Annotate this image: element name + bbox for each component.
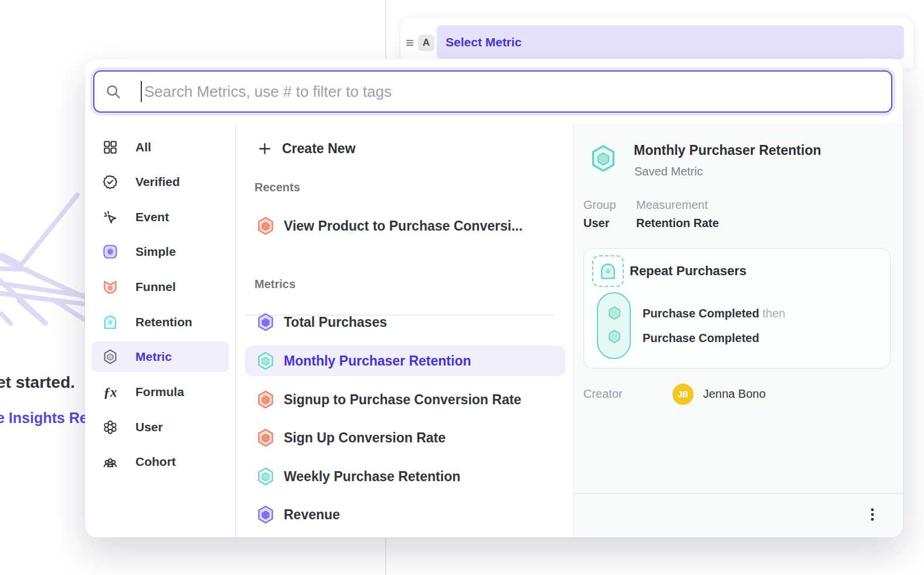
funnel-icon [103, 279, 118, 295]
formula-glyph: ƒx [104, 385, 117, 399]
measurement-label: Measurement [636, 198, 708, 212]
sidebar-item-label: Metric [135, 350, 172, 364]
step-a-badge: A [418, 35, 434, 51]
simple-borehole-icon [103, 244, 118, 259]
recents-heading: Recents [254, 181, 300, 194]
sidebar-item-label: Event [135, 210, 169, 224]
step-connector: then [763, 307, 786, 320]
step-2-event: Purchase Completed [643, 332, 759, 344]
metric-detail-panel: Monthly Purchaser Retention Saved Metric… [574, 123, 903, 537]
sidebar-item-label: Formula [135, 385, 184, 399]
sidebar-item-event[interactable]: Event [91, 202, 229, 232]
search-icon [105, 83, 121, 100]
metric-item-revenue[interactable]: Revenue [245, 499, 565, 530]
cohort-people-icon [103, 454, 118, 469]
kebab-menu-icon[interactable] [864, 506, 881, 523]
sidebar-item-formula[interactable]: ƒx Formula [91, 377, 229, 407]
step-1-event: Purchase Completed [643, 307, 759, 320]
sidebar-item-label: Verified [135, 175, 180, 189]
metric-item-label: Revenue [284, 507, 340, 523]
creator-label: Creator [583, 387, 623, 401]
plus-icon [257, 141, 272, 156]
sidebar-item-funnel[interactable]: Funnel [91, 272, 229, 302]
definition-name: Repeat Purchasers [630, 263, 746, 279]
hexagon-metric-icon [257, 217, 274, 235]
retention-arch-icon [103, 314, 118, 330]
hexagon-metric-icon [257, 390, 274, 409]
recent-item-view-product[interactable]: View Product to Purchase Conversi... [245, 211, 565, 241]
metric-item-signup-to-purchase[interactable]: Signup to Purchase Conversion Rate [245, 384, 565, 415]
filter-sidebar: All Verified Event Simple [85, 124, 235, 537]
sidebar-item-label: User [135, 420, 163, 434]
group-label: Group [583, 198, 616, 212]
metric-item-label: Sign Up Conversion Rate [284, 430, 446, 446]
detail-subtitle: Saved Metric [634, 165, 703, 178]
sidebar-item-label: Funnel [135, 280, 176, 294]
creator-avatar: JB [672, 384, 694, 405]
retention-step-icon-frame [592, 255, 624, 287]
sidebar-item-retention[interactable]: Retention [91, 307, 229, 337]
drag-handle-icon[interactable] [403, 36, 417, 50]
measurement-value: Retention Rate [636, 217, 719, 230]
metric-item-label: Weekly Purchase Retention [284, 469, 460, 485]
background-heading: et started. [0, 373, 75, 392]
search-input[interactable] [143, 82, 891, 102]
step-hexagon-icon [607, 329, 622, 345]
create-new-label: Create New [282, 141, 355, 157]
metric-item-total-purchases[interactable]: Total Purchases [245, 307, 565, 337]
definition-step-2: Purchase Completed [643, 332, 759, 345]
metric-item-label: Signup to Purchase Conversion Rate [284, 392, 521, 408]
create-new-button[interactable]: Create New [253, 134, 355, 163]
sidebar-item-verified[interactable]: Verified [91, 167, 229, 197]
hexagon-metric-icon [257, 467, 274, 486]
step-connector-word: then [763, 307, 786, 320]
background-line-illustration [0, 191, 94, 337]
sidebar-item-cohort[interactable]: Cohort [91, 447, 229, 477]
hexagon-metric-icon [257, 351, 274, 370]
sidebar-item-simple[interactable]: Simple [91, 236, 229, 267]
detail-footer-divider [574, 493, 903, 494]
saved-metric-hexagon-icon [590, 144, 617, 172]
sidebar-item-label: Cohort [135, 455, 176, 469]
metric-list-column: Create New Recents View Product to Purch… [236, 124, 573, 537]
sidebar-item-all[interactable]: All [91, 132, 229, 163]
grid-icon [103, 140, 118, 155]
event-cursor-icon [103, 209, 118, 225]
user-cluster-icon [103, 420, 118, 435]
metric-item-label: Total Purchases [284, 314, 387, 330]
sidebar-item-label: Retention [135, 315, 192, 329]
sidebar-item-label: All [135, 140, 151, 154]
metric-item-monthly-purchaser-retention[interactable]: Monthly Purchaser Retention [245, 346, 565, 376]
select-metric-button[interactable]: Select Metric [437, 25, 904, 59]
detail-title: Monthly Purchaser Retention [634, 143, 821, 158]
metric-definition-card: Repeat Purchasers Purchase Completed the… [583, 248, 891, 368]
sidebar-item-metric[interactable]: Metric [91, 341, 229, 372]
recent-item-label: View Product to Purchase Conversi... [284, 218, 522, 234]
background-link[interactable]: e Insights Re [0, 410, 88, 427]
metric-hexagon-icon [103, 349, 118, 364]
hexagon-metric-icon [257, 428, 274, 447]
metric-item-sign-up-conversion[interactable]: Sign Up Conversion Rate [245, 422, 565, 453]
retention-arch-icon [599, 262, 617, 280]
metric-item-weekly-purchase-retention[interactable]: Weekly Purchase Retention [245, 461, 565, 492]
metric-picker-modal: All Verified Event Simple [85, 59, 903, 537]
step-hexagon-icon [607, 305, 622, 322]
select-metric-label: Select Metric [446, 35, 522, 49]
retention-steps-capsule [597, 292, 631, 359]
screen: et started. e Insights Re A Select Metri… [0, 0, 924, 575]
formula-fx-icon: ƒx [103, 384, 118, 400]
creator-name: Jenna Bono [703, 387, 766, 401]
search-bar[interactable] [93, 70, 892, 113]
definition-step-1: Purchase Completed then [643, 307, 785, 320]
metrics-heading: Metrics [254, 278, 295, 291]
sidebar-item-label: Simple [135, 245, 176, 259]
verified-badge-icon [103, 174, 118, 190]
hexagon-metric-icon [257, 505, 274, 524]
group-value: User [583, 217, 609, 230]
sidebar-item-user[interactable]: User [91, 412, 229, 442]
hexagon-metric-icon [257, 313, 274, 332]
text-caret [141, 81, 142, 102]
metric-item-label: Monthly Purchaser Retention [284, 353, 471, 369]
